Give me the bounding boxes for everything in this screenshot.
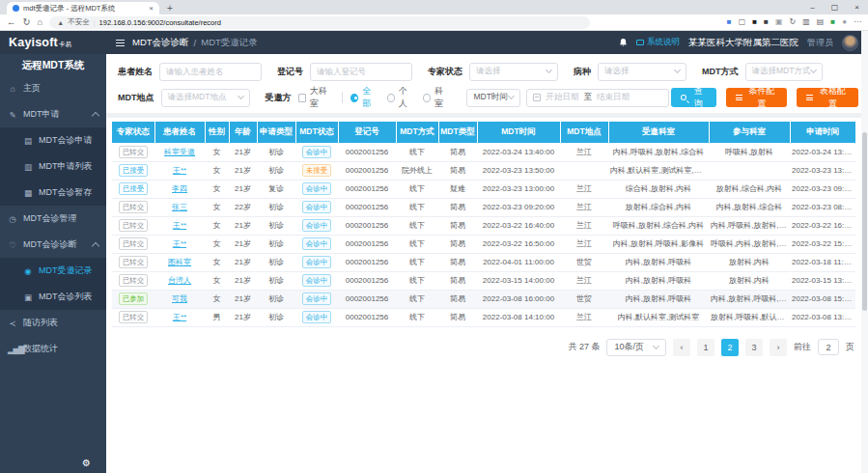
patient-name-link[interactable]: 图科室 — [168, 258, 191, 266]
expert-status-select[interactable]: 请选择 — [469, 63, 558, 81]
new-tab-button[interactable]: + — [167, 2, 173, 14]
column-header[interactable]: 患者姓名 — [154, 122, 205, 143]
reload-icon[interactable]: ↻ — [23, 17, 31, 27]
column-header[interactable]: MDT状态 — [295, 122, 338, 143]
radio-dept[interactable]: 科室 — [423, 85, 449, 110]
page-button-2[interactable]: 2 — [721, 339, 739, 356]
column-header[interactable]: MDT地点 — [560, 122, 608, 143]
column-header[interactable]: 申请类型 — [257, 122, 295, 143]
window-restore-button[interactable]: ▢ — [824, 0, 846, 14]
cell-mdt-mode: 线下 — [396, 253, 438, 271]
tab-close-icon[interactable]: × — [149, 5, 154, 13]
mdt-mode-select[interactable]: 请选择MDT方式 — [745, 63, 823, 81]
next-page-button[interactable]: › — [770, 339, 787, 356]
dark-a-extension-icon[interactable]: ■ — [752, 18, 757, 26]
cell-mdt-mode: 线下 — [396, 271, 438, 290]
settings-gear-icon[interactable]: ⚙ — [82, 458, 91, 468]
cell-register-no: 0002001256 — [338, 161, 396, 180]
column-header[interactable]: 受邀科室 — [608, 122, 709, 143]
sidebar-item-label: MDT会诊管理 — [23, 212, 77, 225]
collections-icon[interactable]: ▤ — [817, 18, 825, 26]
page-button-1[interactable]: 1 — [697, 339, 714, 356]
breadcrumb-parent[interactable]: MDT会诊诊断 — [132, 37, 189, 49]
more-options-icon[interactable]: ⋯ — [854, 18, 861, 26]
mdt-place-select[interactable]: 请选择MDT地点 — [161, 89, 250, 107]
column-header[interactable]: MDT类型 — [438, 122, 477, 143]
patient-name-link[interactable]: 科室受邀 — [164, 148, 195, 156]
column-header[interactable]: MDT方式 — [396, 122, 438, 143]
window-close-button[interactable]: × — [846, 0, 868, 14]
patient-name-input[interactable] — [159, 63, 262, 81]
notification-bell-icon[interactable] — [619, 38, 628, 47]
table-row: 已转交科室受邀女21岁初诊会诊中0002001256线下简易2022-03-24… — [112, 143, 855, 161]
sidebar-item-mdt-consult-apply[interactable]: ▤MDT会诊申请 — [0, 127, 106, 153]
page-size-select[interactable]: 10条/页 — [606, 339, 666, 356]
sidebar-item-mdt-apply[interactable]: ✎MDT申请 — [0, 101, 106, 127]
copy-page-icon[interactable]: ▢ — [739, 18, 746, 26]
mute-tab-icon[interactable]: ▣ — [775, 18, 783, 26]
condition-config-button[interactable]: 条件配置 — [726, 88, 788, 107]
record-table: 专家状态患者姓名性别年龄申请类型MDT状态登记号MDT方式MDT类型MDT时间M… — [112, 122, 855, 327]
back-icon[interactable]: ← — [7, 17, 16, 27]
screen: mdt受邀记录 - 远程MDT系统 × + – ▢ × ← ↻ ⌂ ▲ 不安全 … — [0, 0, 868, 473]
dark-extension-icon[interactable]: ■ — [764, 18, 769, 26]
sidebar-collapse-icon[interactable] — [116, 40, 125, 46]
system-help-link[interactable]: 系统说明 — [636, 37, 680, 48]
sidebar-item-mdt-consult-draft[interactable]: ▦MDT会诊暂存 — [0, 180, 106, 206]
column-header[interactable]: MDT时间 — [477, 122, 560, 143]
date-range-picker[interactable]: 开始日期 至 结束日期 — [526, 89, 669, 107]
sidebar-item-mdt-diagnosis[interactable]: ♡MDT会诊诊断 — [0, 232, 106, 258]
sidebar-item-statistics[interactable]: ▂▅▇数据统计 — [0, 336, 106, 362]
column-header[interactable]: 专家状态 — [112, 122, 154, 143]
page-button-3[interactable]: 3 — [745, 339, 763, 356]
big-dept-label[interactable]: 大科室 — [310, 85, 333, 110]
page-scrollbar[interactable] — [861, 31, 868, 473]
table-row: 已转交图科室女21岁初诊会诊中0002001256线下简易2022-04-01 … — [112, 253, 855, 271]
patient-name-link[interactable]: 台湾人 — [168, 276, 191, 285]
column-header[interactable]: 登记号 — [338, 122, 396, 143]
patient-name-link[interactable]: 王** — [173, 166, 186, 175]
browser-tab[interactable]: mdt受邀记录 - 远程MDT系统 × — [7, 2, 159, 14]
sidebar-item-mdt-manage[interactable]: ◷MDT会诊管理 — [0, 206, 106, 232]
radio-all[interactable]: 全部 — [350, 85, 377, 110]
prev-page-button[interactable]: ‹ — [673, 339, 690, 356]
patient-name-link[interactable]: 可我 — [172, 294, 187, 303]
goto-page-input[interactable] — [818, 339, 839, 355]
radio-personal[interactable]: 个人 — [387, 85, 413, 110]
cell-register-no: 0002001256 — [338, 235, 396, 253]
disease-select[interactable]: 请选择 — [598, 63, 686, 81]
sidebar-item-followup-list[interactable]: ≺随访列表 — [0, 310, 106, 336]
sidebar-item-mdt-invite-record[interactable]: ◉MDT受邀记录 — [0, 258, 106, 284]
patient-name-link[interactable]: 王** — [173, 313, 186, 321]
time-type-select[interactable]: MDT时间 — [466, 89, 520, 107]
radio-personal-label: 个人 — [399, 85, 413, 110]
patient-name-link[interactable]: 王** — [173, 239, 186, 248]
extension-hub-icon[interactable]: ■ — [727, 18, 732, 26]
table-config-button[interactable]: 表格配置 — [797, 88, 858, 107]
chevron-down-icon — [653, 342, 659, 348]
column-header[interactable]: 参与科室 — [709, 122, 790, 143]
sidebar-item-mdt-consult-list[interactable]: ▣MDT会诊列表 — [0, 284, 106, 310]
column-header[interactable]: 年龄 — [229, 122, 257, 143]
split-screen-icon[interactable]: ▥ — [802, 18, 810, 26]
address-bar[interactable]: ▲ 不安全 | 192.168.0.156:9002/consultate/re… — [49, 16, 590, 29]
browser-home-icon[interactable]: ⌂ — [37, 17, 42, 27]
search-button[interactable]: 查询 — [671, 88, 715, 107]
patient-name-link[interactable]: 王** — [173, 221, 186, 230]
column-header[interactable]: 性别 — [205, 122, 229, 143]
patient-name-link[interactable]: 张三 — [172, 203, 187, 211]
window-minimize-button[interactable]: – — [801, 0, 824, 14]
cell-mdt-type: 简易 — [438, 216, 477, 235]
refresh-extension-icon[interactable]: ↻ — [789, 18, 796, 26]
sidebar-item-home[interactable]: ⌂主页 — [0, 75, 106, 101]
big-dept-checkbox[interactable] — [298, 94, 306, 102]
scrollbar-thumb[interactable] — [862, 132, 867, 311]
patient-name-link[interactable]: 李四 — [172, 184, 187, 193]
green-extension-icon[interactable]: ■ — [830, 18, 835, 26]
cell-apply-time: 2022-03-15 13:16:26 — [790, 271, 855, 290]
user-avatar[interactable] — [842, 35, 858, 51]
profile-icon[interactable]: ● — [842, 18, 847, 26]
register-no-input[interactable] — [310, 63, 412, 81]
sidebar-item-mdt-apply-list[interactable]: ▥MDT申请列表 — [0, 153, 106, 180]
column-header[interactable]: 申请时间 — [790, 122, 855, 143]
